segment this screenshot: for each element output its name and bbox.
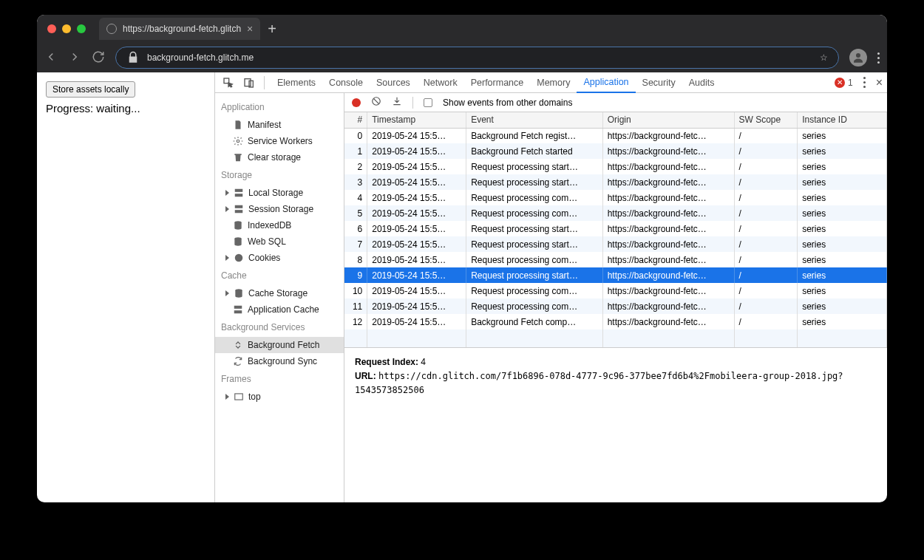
url-text: background-fetch.glitch.me [147, 52, 254, 63]
window-controls [47, 24, 86, 33]
profile-avatar[interactable] [849, 49, 867, 66]
table-row[interactable]: 92019-05-24 15:5…Request processing star… [344, 267, 887, 283]
sidebar-item-clear-storage[interactable]: Clear storage [215, 149, 344, 165]
store-assets-button[interactable]: Store assets locally [46, 81, 135, 98]
sidebar-item-cookies[interactable]: Cookies [215, 250, 344, 266]
sidebar-head-application: Application [215, 98, 344, 117]
sidebar-item-websql[interactable]: Web SQL [215, 233, 344, 250]
svg-point-11 [235, 254, 243, 262]
application-sidebar: Application Manifest Service Workers Cle… [215, 93, 344, 502]
svg-rect-15 [235, 394, 243, 400]
close-window-button[interactable] [47, 24, 56, 33]
column-header[interactable]: SW Scope [734, 112, 798, 128]
maximize-window-button[interactable] [77, 24, 86, 33]
devtools-tab-network[interactable]: Network [417, 72, 464, 93]
browser-menu-button[interactable] [877, 52, 880, 64]
table-row[interactable]: 32019-05-24 15:5…Request processing star… [344, 174, 887, 190]
error-badge-icon[interactable]: ✕ [835, 78, 845, 88]
reload-button[interactable] [92, 50, 105, 66]
sidebar-item-session-storage[interactable]: Session Storage [215, 201, 344, 217]
tab-title: https://background-fetch.glitch [123, 24, 241, 34]
devtools-main: Show events from other domains #Timestam… [344, 93, 887, 502]
sidebar-item-top-frame[interactable]: top [215, 389, 344, 405]
sidebar-item-service-workers[interactable]: Service Workers [215, 133, 344, 149]
show-other-domains-label: Show events from other domains [443, 98, 572, 108]
devtools-tab-application[interactable]: Application [577, 72, 635, 93]
table-row[interactable]: 42019-05-24 15:5…Request processing com…… [344, 190, 887, 205]
table-row[interactable]: 22019-05-24 15:5…Request processing star… [344, 159, 887, 174]
devtools-tabbar: ElementsConsoleSourcesNetworkPerformance… [215, 72, 887, 93]
devtools-tab-elements[interactable]: Elements [271, 72, 322, 93]
sidebar-head-frames: Frames [215, 369, 344, 389]
url-field[interactable]: background-fetch.glitch.me ☆ [115, 47, 839, 69]
devtools-close-icon[interactable]: × [876, 76, 883, 89]
column-header[interactable]: Event [466, 112, 602, 128]
column-header[interactable]: Timestamp [367, 112, 466, 128]
download-icon[interactable] [392, 96, 402, 109]
sidebar-head-storage: Storage [215, 165, 344, 185]
devtools-tab-security[interactable]: Security [636, 72, 682, 93]
address-bar: background-fetch.glitch.me ☆ [37, 43, 887, 72]
table-row[interactable]: 112019-05-24 15:5…Request processing com… [344, 298, 887, 314]
bookmark-star-icon[interactable]: ☆ [820, 52, 828, 63]
events-toolbar: Show events from other domains [344, 93, 887, 112]
browser-window: https://background-fetch.glitch × + back… [37, 15, 887, 502]
show-other-domains-checkbox[interactable] [424, 98, 432, 107]
globe-icon [106, 24, 117, 34]
record-button[interactable] [352, 98, 361, 107]
table-row[interactable]: 82019-05-24 15:5…Request processing com…… [344, 252, 887, 267]
sidebar-item-cache-storage[interactable]: Cache Storage [215, 285, 344, 301]
sidebar-item-manifest[interactable]: Manifest [215, 117, 344, 133]
inspect-icon[interactable] [220, 77, 237, 89]
sidebar-head-bgservices: Background Services [215, 318, 344, 337]
request-index-label: Request Index: [355, 357, 418, 367]
sidebar-item-background-fetch[interactable]: Background Fetch [215, 337, 344, 353]
table-row[interactable]: 72019-05-24 15:5…Request processing star… [344, 236, 887, 252]
new-tab-button[interactable]: + [268, 21, 276, 38]
svg-rect-2 [245, 78, 251, 86]
sidebar-item-background-sync[interactable]: Background Sync [215, 353, 344, 369]
column-header[interactable]: Instance ID [798, 112, 887, 128]
back-button[interactable] [44, 50, 58, 66]
table-row[interactable]: 12019-05-24 15:5…Background Fetch starte… [344, 143, 887, 159]
table-row[interactable]: 102019-05-24 15:5…Request processing com… [344, 283, 887, 298]
svg-rect-13 [234, 306, 242, 309]
devtools-tab-console[interactable]: Console [322, 72, 370, 93]
titlebar: https://background-fetch.glitch × + [37, 15, 887, 43]
svg-rect-6 [235, 194, 243, 197]
devtools-panel: ElementsConsoleSourcesNetworkPerformance… [214, 72, 887, 502]
clear-icon[interactable] [371, 96, 381, 109]
column-header[interactable]: Origin [602, 112, 734, 128]
table-row[interactable]: 52019-05-24 15:5…Request processing com…… [344, 205, 887, 221]
column-header[interactable]: # [344, 112, 367, 128]
svg-point-0 [856, 53, 860, 58]
forward-button[interactable] [68, 50, 81, 66]
request-index-value: 4 [421, 357, 426, 367]
devtools-menu-icon[interactable] [863, 77, 866, 88]
progress-text: Progress: waiting... [46, 102, 205, 115]
devtools-tab-memory[interactable]: Memory [530, 72, 577, 93]
url-value: https://cdn.glitch.com/7f1b6896-078d-477… [355, 371, 843, 395]
device-toggle-icon[interactable] [240, 77, 258, 89]
devtools-tab-sources[interactable]: Sources [370, 72, 417, 93]
svg-rect-7 [235, 205, 243, 208]
sidebar-item-indexeddb[interactable]: IndexedDB [215, 217, 344, 233]
devtools-tab-audits[interactable]: Audits [682, 72, 721, 93]
table-row[interactable]: 122019-05-24 15:5…Background Fetch comp…… [344, 314, 887, 329]
sidebar-head-cache: Cache [215, 266, 344, 285]
svg-rect-5 [235, 189, 243, 192]
error-count: 1 [848, 78, 853, 88]
lock-icon [126, 51, 140, 64]
sidebar-item-application-cache[interactable]: Application Cache [215, 301, 344, 318]
svg-rect-8 [235, 210, 243, 213]
table-row[interactable]: 62019-05-24 15:5…Request processing star… [344, 221, 887, 236]
close-tab-icon[interactable]: × [247, 23, 253, 35]
sidebar-item-local-storage[interactable]: Local Storage [215, 185, 344, 201]
table-row[interactable]: 02019-05-24 15:5…Background Fetch regist… [344, 128, 887, 143]
page-content: Store assets locally Progress: waiting..… [37, 72, 214, 502]
browser-tab[interactable]: https://background-fetch.glitch × [99, 18, 260, 40]
minimize-window-button[interactable] [62, 24, 71, 33]
url-label: URL: [355, 371, 376, 381]
devtools-tab-performance[interactable]: Performance [464, 72, 531, 93]
svg-point-4 [237, 140, 240, 143]
